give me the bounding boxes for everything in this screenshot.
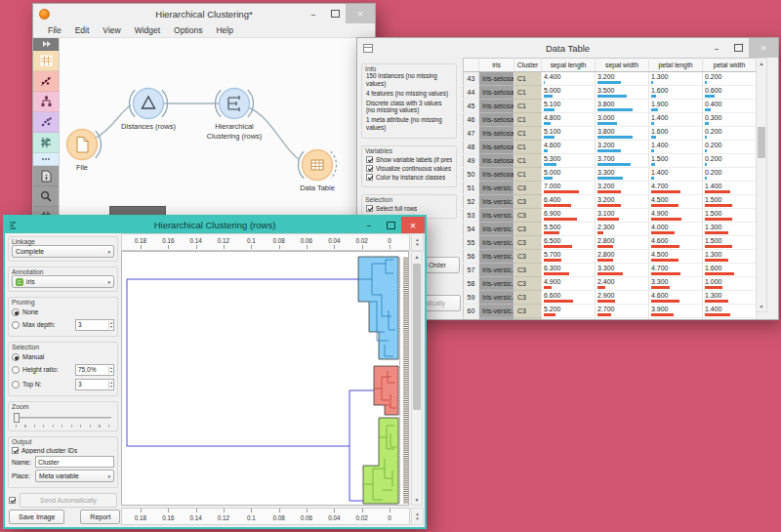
- data-table-row[interactable]: 47 Iris-setosa C1 5.100 3.800 1.600 0.20…: [464, 127, 757, 141]
- slider-handle[interactable]: [14, 413, 20, 423]
- axis-scroll-arrows[interactable]: ▲▼: [411, 508, 424, 525]
- column-header[interactable]: [464, 59, 479, 72]
- node-data-table[interactable]: [298, 150, 336, 181]
- table-scrollbar[interactable]: ▲ ▼: [756, 58, 767, 312]
- scroll-down-icon[interactable]: ▼: [415, 495, 420, 505]
- node-hierarchical-clustering[interactable]: [215, 89, 253, 119]
- axis-scroll-arrows[interactable]: ▲▼: [411, 233, 424, 251]
- node-distances[interactable]: [129, 89, 167, 119]
- close-icon[interactable]: [346, 4, 375, 23]
- maximize-icon[interactable]: [727, 38, 749, 58]
- data-table-row[interactable]: 44 Iris-setosa C1 5.000 3.500 1.600 0.60…: [464, 86, 757, 100]
- checkbox-icon[interactable]: [366, 156, 373, 163]
- minimize-icon[interactable]: [706, 38, 727, 58]
- scroll-down-icon[interactable]: ▼: [760, 302, 764, 311]
- unsupervised-category-icon[interactable]: [33, 112, 59, 133]
- maximize-icon[interactable]: [324, 4, 346, 23]
- column-header[interactable]: petal width: [703, 59, 757, 72]
- main-titlebar[interactable]: Hierarchical Clustering*: [33, 4, 375, 23]
- axis-tick: 0.02: [352, 237, 372, 244]
- close-icon[interactable]: [401, 217, 425, 233]
- close-icon[interactable]: [749, 38, 778, 58]
- info-tool-icon[interactable]: [33, 166, 59, 186]
- scroll-thumb[interactable]: [758, 127, 765, 158]
- data-table-row[interactable]: 46 Iris-setosa C1 4.800 3.000 1.400 0.30…: [464, 113, 757, 127]
- scroll-thumb[interactable]: [413, 264, 421, 410]
- menu-item[interactable]: Widget: [128, 25, 167, 35]
- menu-item[interactable]: File: [41, 25, 68, 35]
- minimize-icon[interactable]: [358, 217, 380, 233]
- minimize-icon[interactable]: [303, 4, 324, 23]
- dendrogram-plot[interactable]: [121, 251, 409, 506]
- hc-titlebar[interactable]: Hierarchical Clustering (rows): [5, 217, 425, 233]
- height-ratio-spinner[interactable]: 75,0%▴▾: [75, 364, 114, 376]
- pruning-max-depth-radio[interactable]: [12, 321, 20, 329]
- data-table-row[interactable]: 55 Iris-versic... C3 6.500 2.800 4.600 1…: [464, 236, 757, 250]
- menu-item[interactable]: Edit: [68, 25, 97, 35]
- variables-checkbox-row[interactable]: Color by instance classes: [366, 174, 452, 181]
- data-table-row[interactable]: 48 Iris-setosa C1 4.600 3.200 1.400 0.20…: [464, 141, 757, 154]
- selection-top-n-radio[interactable]: [12, 381, 20, 389]
- menu-item[interactable]: Help: [209, 25, 239, 35]
- data-table-row[interactable]: 43 Iris-setosa C1 4.400 3.200 1.300 0.20…: [464, 72, 757, 86]
- column-header[interactable]: petal length: [649, 59, 703, 72]
- node-file[interactable]: [67, 130, 102, 160]
- data-table-row[interactable]: 50 Iris-setosa C1 5.000 3.300 1.400 0.20…: [464, 168, 757, 182]
- data-table-row[interactable]: 53 Iris-versic... C3 6.900 3.100 4.900 1…: [464, 209, 757, 223]
- column-header[interactable]: sepal width: [596, 59, 649, 72]
- place-combo[interactable]: Meta variable▾: [35, 470, 114, 482]
- checkbox-icon[interactable]: [366, 174, 373, 181]
- variables-checkbox-row[interactable]: Show variable labels (if present): [366, 156, 452, 163]
- data-table-row[interactable]: 45 Iris-setosa C1 5.100 3.800 1.900 0.40…: [464, 100, 757, 113]
- send-automatically-button[interactable]: Send Automatically: [20, 493, 117, 508]
- data-table-row[interactable]: 57 Iris-versic... C3 6.300 3.300 4.700 1…: [464, 264, 757, 277]
- model-category-icon[interactable]: [33, 92, 59, 112]
- scroll-up-icon[interactable]: ▲: [760, 59, 764, 68]
- selection-checkbox-row[interactable]: Select full rows: [366, 205, 452, 212]
- extra-category-icon[interactable]: [33, 153, 59, 166]
- cluster-cell: C3: [514, 318, 542, 320]
- cluster-blue[interactable]: [358, 257, 398, 359]
- visualize-category-icon[interactable]: [33, 71, 59, 92]
- data-table-row[interactable]: 61 Iris-versic... C3 5.000 2.000 3.500 1…: [464, 318, 757, 320]
- scroll-up-icon[interactable]: ▲: [415, 252, 420, 262]
- cluster-name-input[interactable]: Cluster: [35, 456, 114, 468]
- max-depth-spinner[interactable]: 3▴▾: [75, 319, 114, 331]
- pruning-none-radio[interactable]: [12, 308, 20, 316]
- data-table-row[interactable]: 54 Iris-versic... C3 5.500 2.300 4.000 1…: [464, 223, 757, 236]
- selection-manual-radio[interactable]: [12, 353, 20, 361]
- linkage-combo[interactable]: Complete▾: [12, 245, 114, 258]
- data-table-row[interactable]: 60 Iris-versic... C3 5.200 2.700 3.900 1…: [464, 305, 757, 318]
- column-header[interactable]: sepal length: [542, 59, 596, 72]
- evaluate-category-icon[interactable]: [33, 133, 59, 153]
- column-header[interactable]: iris: [479, 59, 514, 72]
- data-table-row[interactable]: 51 Iris-versic... C3 7.000 3.200 4.700 1…: [464, 182, 757, 195]
- search-tool-icon[interactable]: [33, 186, 59, 207]
- cluster-green[interactable]: [363, 418, 398, 504]
- datatable-titlebar[interactable]: Data Table: [357, 38, 778, 58]
- annotation-combo[interactable]: Ciris▾: [12, 275, 114, 288]
- save-image-button[interactable]: Save Image: [9, 510, 64, 524]
- data-table-row[interactable]: 49 Iris-setosa C1 5.300 3.700 1.500 0.20…: [464, 154, 757, 168]
- append-cluster-ids-checkbox[interactable]: [12, 447, 19, 454]
- data-table-row[interactable]: 52 Iris-versic... C3 6.400 3.200 4.500 1…: [464, 195, 757, 209]
- selection-height-ratio-radio[interactable]: [12, 366, 20, 374]
- variables-checkbox-row[interactable]: Visualize continuous values: [366, 165, 452, 172]
- data-category-icon[interactable]: [33, 51, 59, 71]
- data-table-row[interactable]: 58 Iris-versic... C3 4.900 2.400 3.300 1…: [464, 277, 757, 291]
- maximize-icon[interactable]: [380, 217, 401, 233]
- menu-item[interactable]: Options: [167, 25, 209, 35]
- menu-item[interactable]: View: [96, 25, 127, 35]
- report-button[interactable]: Report: [80, 510, 120, 524]
- top-n-spinner[interactable]: 3▴▾: [75, 379, 114, 390]
- checkbox-icon[interactable]: [366, 165, 373, 172]
- toolbox-collapse-button[interactable]: [33, 38, 59, 51]
- data-table-row[interactable]: 56 Iris-versic... C3 5.700 2.800 4.500 1…: [464, 250, 757, 264]
- checkbox-icon[interactable]: [366, 205, 373, 212]
- dendrogram-scrollbar[interactable]: ▲ ▼: [411, 251, 423, 506]
- auto-send-checkbox[interactable]: [9, 497, 16, 504]
- zoom-slider[interactable]: [14, 412, 112, 428]
- column-header[interactable]: Cluster: [514, 59, 542, 72]
- data-table-row[interactable]: 59 Iris-versic... C3 6.600 2.900 4.600 1…: [464, 291, 757, 305]
- cluster-red[interactable]: [374, 366, 398, 415]
